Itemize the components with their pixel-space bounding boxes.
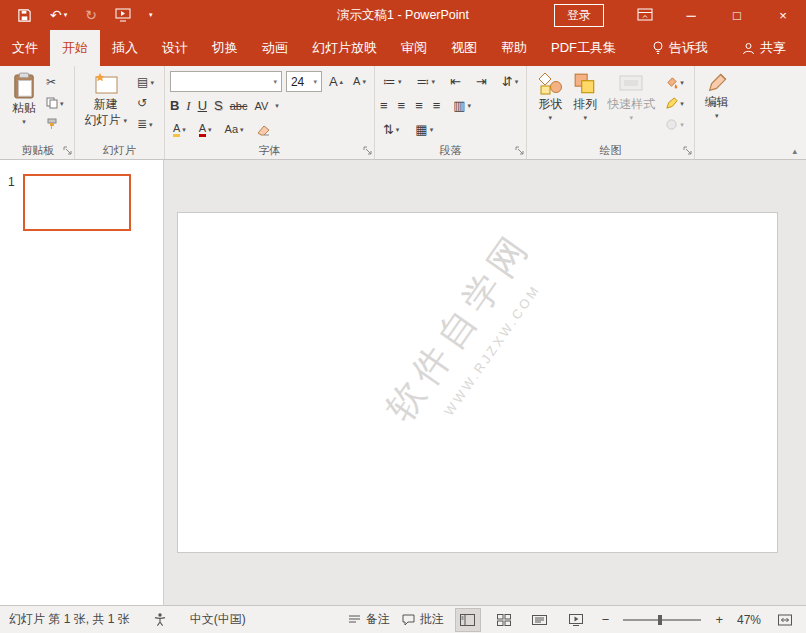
comments-button[interactable]: 批注: [402, 611, 444, 628]
font-size-combo[interactable]: 24 ▾: [286, 71, 322, 92]
close-button[interactable]: ×: [760, 0, 806, 30]
slide-sorter-view-button[interactable]: [492, 609, 516, 631]
arrange-button[interactable]: 排列 ▾: [568, 69, 602, 125]
increase-font-button[interactable]: A▴: [326, 74, 346, 90]
watermark-title: 软件自学网: [375, 222, 542, 431]
clear-formatting-button[interactable]: [254, 122, 273, 138]
align-left-button[interactable]: ≡: [380, 98, 388, 113]
undo-button[interactable]: ↶ ▾: [41, 0, 76, 30]
shape-outline-icon: [665, 97, 678, 110]
zoom-slider[interactable]: [623, 619, 701, 621]
font-color-button[interactable]: A ▾: [196, 122, 215, 138]
numbering-button[interactable]: ≕▾: [413, 74, 438, 90]
tab-insert[interactable]: 插入: [100, 30, 150, 66]
strikethrough-button[interactable]: abc: [230, 100, 248, 112]
maximize-button[interactable]: □: [714, 0, 760, 30]
customize-qat-button[interactable]: ▾: [140, 0, 162, 30]
reading-view-button[interactable]: [528, 609, 552, 631]
align-right-button[interactable]: ≡: [415, 98, 423, 113]
reset-slide-button[interactable]: ↺: [134, 95, 157, 111]
shapes-icon: [537, 72, 563, 96]
text-direction-button[interactable]: ⇵▾: [499, 74, 521, 90]
new-slide-label-line1: 新建: [94, 98, 118, 112]
paragraph-dialog-launcher[interactable]: [515, 146, 524, 155]
ribbon-display-icon: [637, 8, 653, 22]
tab-view[interactable]: 视图: [439, 30, 489, 66]
slide-canvas[interactable]: 软件自学网 WWW.RJZXW.COM: [177, 212, 778, 553]
slides-group-label: 幻灯片: [103, 143, 136, 158]
zoom-out-button[interactable]: −: [600, 612, 612, 627]
drawing-dialog-launcher[interactable]: [683, 146, 692, 155]
language-indicator[interactable]: 中文(中国): [190, 611, 246, 628]
clipboard-dialog-launcher[interactable]: [63, 146, 72, 155]
shape-fill-button[interactable]: ▾: [662, 74, 687, 90]
slide-layout-button[interactable]: ▤ ▾: [134, 74, 157, 90]
columns-button[interactable]: ▥▾: [450, 98, 474, 114]
undo-icon: ↶: [50, 7, 62, 23]
reading-view-icon: [532, 614, 547, 626]
cut-button[interactable]: ✂: [43, 74, 67, 90]
tab-file[interactable]: 文件: [0, 30, 50, 66]
minimize-button[interactable]: ─: [668, 0, 714, 30]
shapes-button[interactable]: 形状 ▾: [532, 69, 568, 125]
italic-button[interactable]: I: [186, 98, 190, 114]
share-button[interactable]: 共享: [732, 30, 796, 66]
zoom-slider-thumb[interactable]: [658, 615, 662, 625]
bullets-button[interactable]: ≔▾: [380, 74, 405, 90]
slides-group: 新建 幻灯片 ▾ ▤ ▾ ↺ ≣ ▾: [75, 66, 165, 159]
tab-home[interactable]: 开始: [50, 30, 100, 66]
font-group: ▾ 24 ▾ A▴ A▾ B I U S abc: [165, 66, 375, 159]
tab-animations[interactable]: 动画: [250, 30, 300, 66]
redo-button[interactable]: ↻: [76, 0, 106, 30]
accessibility-checker-button[interactable]: [154, 613, 166, 626]
highlight-icon: A: [173, 123, 180, 137]
font-dialog-launcher[interactable]: [363, 146, 372, 155]
decrease-font-button[interactable]: A▾: [350, 74, 369, 90]
slideshow-view-button[interactable]: [564, 609, 588, 631]
increase-indent-button[interactable]: ⇥: [473, 74, 490, 90]
collapse-ribbon-button[interactable]: ▴: [792, 146, 797, 156]
slide-counter[interactable]: 幻灯片 第 1 张, 共 1 张: [9, 611, 130, 628]
change-case-button[interactable]: Aa ▾: [222, 122, 247, 138]
notes-button[interactable]: 备注: [348, 611, 390, 628]
save-button[interactable]: [8, 0, 41, 30]
ribbon-display-options-button[interactable]: [622, 0, 668, 30]
font-name-dropdown-icon: ▾: [273, 78, 277, 86]
decrease-indent-button[interactable]: ⇤: [447, 74, 464, 90]
fit-to-window-button[interactable]: [773, 609, 797, 631]
underline-button[interactable]: U: [198, 98, 207, 113]
shape-outline-button[interactable]: ▾: [662, 95, 687, 111]
person-icon: [742, 42, 755, 55]
text-shadow-button[interactable]: S: [214, 98, 223, 113]
zoom-in-button[interactable]: +: [713, 612, 725, 627]
format-painter-button[interactable]: [43, 116, 67, 132]
section-button[interactable]: ≣ ▾: [134, 116, 157, 132]
paragraph-group-label: 段落: [440, 143, 462, 158]
justify-button[interactable]: ≡: [433, 98, 441, 113]
tab-pdf-tools[interactable]: PDF工具集: [539, 30, 628, 66]
copy-button[interactable]: ▾: [43, 95, 67, 111]
highlight-color-button[interactable]: A ▾: [170, 122, 189, 138]
start-slideshow-button[interactable]: [106, 0, 140, 30]
slide-1-thumbnail[interactable]: [23, 174, 131, 231]
tab-slideshow[interactable]: 幻灯片放映: [300, 30, 389, 66]
paste-button[interactable]: 粘贴 ▾: [7, 69, 41, 129]
tab-design[interactable]: 设计: [150, 30, 200, 66]
normal-view-button[interactable]: [456, 609, 480, 631]
zoom-level[interactable]: 47%: [737, 613, 761, 627]
tab-review[interactable]: 审阅: [389, 30, 439, 66]
line-spacing-button[interactable]: ⇅▾: [380, 122, 402, 138]
bold-button[interactable]: B: [170, 98, 179, 113]
font-name-combo[interactable]: ▾: [170, 71, 282, 92]
new-slide-button[interactable]: 新建 幻灯片 ▾: [80, 69, 133, 131]
quick-styles-button: 快速样式 ▾: [602, 69, 660, 125]
convert-smartart-button[interactable]: ▦▾: [412, 122, 436, 138]
arrange-icon: [573, 72, 597, 96]
align-center-button[interactable]: ≡: [398, 98, 406, 113]
edit-button[interactable]: 编辑 ▾: [700, 69, 734, 123]
sign-in-button[interactable]: 登录: [554, 4, 604, 27]
tab-transitions[interactable]: 切换: [200, 30, 250, 66]
tab-help[interactable]: 帮助: [489, 30, 539, 66]
tell-me-button[interactable]: 告诉我: [642, 30, 718, 66]
character-spacing-button[interactable]: AV: [254, 100, 268, 112]
